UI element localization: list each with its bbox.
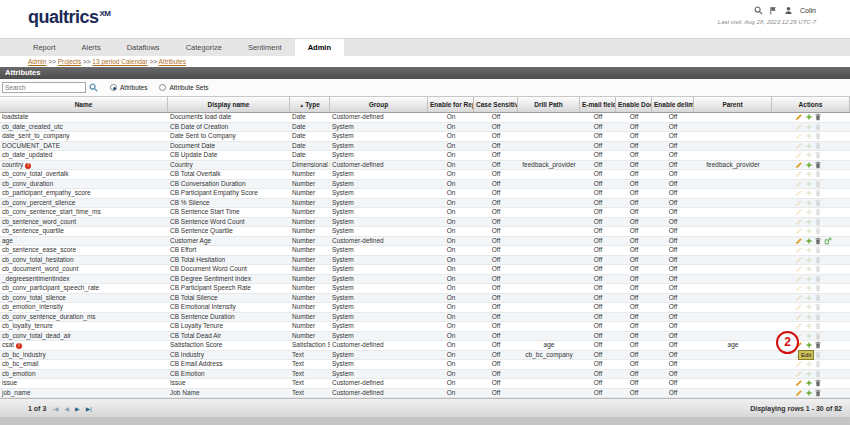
breadcrumb-link[interactable]: Projects (58, 58, 81, 65)
tab-alerts[interactable]: Alerts (69, 39, 114, 56)
edit-icon[interactable] (795, 379, 803, 387)
cell-enable-docvalue: Off (616, 313, 652, 322)
delete-icon[interactable] (814, 341, 822, 349)
tab-sentiment[interactable]: Sentiment (235, 39, 295, 56)
breadcrumb-link[interactable]: Admin (28, 58, 46, 65)
cell-enable-for-reporting: On (428, 284, 474, 293)
delete-icon[interactable] (814, 379, 822, 387)
table-row[interactable]: cb_conv_sentence_start_time_msCB Sentenc… (0, 208, 850, 218)
table-row[interactable]: DOCUMENT_DATEDocument DateDateSystemOnOf… (0, 142, 850, 152)
sparkle-icon[interactable] (805, 379, 813, 387)
column-header-drill-path[interactable]: Drill Path (518, 97, 580, 112)
table-row[interactable]: cb_conv_percent_silenceCB % SilenceNumbe… (0, 199, 850, 209)
table-row[interactable]: job_nameJob NameTextCustomer-definedOnOf… (0, 389, 850, 399)
table-row[interactable]: ageCustomer AgeNumberCustomer-definedOnO… (0, 237, 850, 247)
export-icon[interactable] (824, 237, 832, 245)
cell-type: Number (290, 256, 330, 265)
column-header-type[interactable]: ▲Type (290, 97, 330, 112)
table-row[interactable]: cb_conv_total_hesitationCB Total Hesitat… (0, 256, 850, 266)
column-header-enable-for-reporting[interactable]: Enable for Reporting (428, 97, 474, 112)
cell-parent (694, 142, 772, 151)
cell-display-name: Country (168, 161, 290, 170)
first-page-button[interactable]: |◀ (52, 405, 58, 412)
table-row[interactable]: cb_conv_total_dead_airCB Total Dead AirN… (0, 332, 850, 342)
delete-icon[interactable] (814, 113, 822, 121)
table-row[interactable]: cb_sentence_quartileCB Sentence Quartile… (0, 227, 850, 237)
table-row[interactable]: cb_sentence_word_countCB Sentence Word C… (0, 218, 850, 228)
table-row[interactable]: loadstateDocuments load dateDateCustomer… (0, 113, 850, 123)
table-row[interactable]: country!CountryDimensional LookupCustome… (0, 161, 850, 171)
column-header-enable-delimited-s[interactable]: Enable delimited s (652, 97, 694, 112)
attributes-radio[interactable] (110, 84, 117, 91)
table-row[interactable]: cb_sentence_ease_scoreCB EffortNumberSys… (0, 246, 850, 256)
cell-case-sensitive: Off (474, 123, 518, 132)
table-row[interactable]: cb_conv_total_silenceCB Total SilenceNum… (0, 294, 850, 304)
column-header-name[interactable]: Name (0, 97, 168, 112)
sparkle-icon[interactable] (805, 161, 813, 169)
prev-page-button[interactable]: ◀ (64, 405, 69, 412)
table-row[interactable]: csat!Satisfaction ScoreSatisfaction Scor… (0, 341, 850, 351)
table-row[interactable]: cb_conv_sentence_duration_msCB Sentence … (0, 313, 850, 323)
delete-icon[interactable] (814, 237, 822, 245)
table-row[interactable]: cb_conv_total_overtalkCB Total OvertalkN… (0, 170, 850, 180)
edit-icon[interactable] (795, 389, 803, 397)
column-header-group[interactable]: Group (330, 97, 428, 112)
cell-type: Number (290, 275, 330, 284)
table-row[interactable]: date_sent_to_companyDate Sent to Company… (0, 132, 850, 142)
table-row[interactable]: cb_emotionCB EmotionTextSystemOnOffOffOf… (0, 370, 850, 380)
tab-dataflows[interactable]: Dataflows (114, 39, 173, 56)
next-page-button[interactable]: ▶ (75, 405, 80, 412)
user-icon[interactable] (784, 6, 793, 15)
search-input[interactable] (2, 82, 86, 93)
table-row[interactable]: cb_conv_participant_speech_rateCB Partic… (0, 284, 850, 294)
cell-enable-delimited: Off (652, 227, 694, 236)
table-row[interactable]: cb_document_word_countCB Document Word C… (0, 265, 850, 275)
sparkle-icon (805, 322, 813, 330)
cell-drill-path (518, 218, 580, 227)
sparkle-icon[interactable] (805, 113, 813, 121)
search-icon[interactable] (754, 6, 763, 15)
sparkle-icon[interactable] (805, 341, 813, 349)
table-row[interactable]: cb_date_created_utcCB Date of CreationDa… (0, 123, 850, 133)
attribute-sets-radio-label[interactable]: Attribute Sets (169, 84, 208, 91)
delete-icon[interactable] (814, 389, 822, 397)
edit-icon[interactable] (795, 161, 803, 169)
flag-icon[interactable] (769, 6, 778, 15)
edit-icon[interactable] (795, 237, 803, 245)
column-header-display-name[interactable]: Display name (168, 97, 290, 112)
edit-icon[interactable] (795, 113, 803, 121)
table-row[interactable]: cb_conv_durationCB Conversation Duration… (0, 180, 850, 190)
breadcrumb-link[interactable]: 13 period Calendar (92, 58, 147, 65)
delete-icon (814, 123, 822, 131)
column-header-e-mail-field[interactable]: E-mail field (580, 97, 616, 112)
breadcrumb-link[interactable]: Attributes (159, 58, 186, 65)
attribute-sets-radio[interactable] (159, 84, 166, 91)
delete-icon[interactable] (814, 161, 822, 169)
attributes-radio-label[interactable]: Attributes (120, 84, 147, 91)
sparkle-icon[interactable] (805, 389, 813, 397)
edit-icon (795, 294, 803, 302)
column-header-enable-docvalue[interactable]: Enable DocValue (616, 97, 652, 112)
last-page-button[interactable]: ▶| (86, 405, 92, 412)
table-row[interactable]: cb_emotion_intensityCB Emotional Intensi… (0, 303, 850, 313)
breadcrumb-separator: >> (148, 58, 159, 65)
sparkle-icon[interactable] (805, 237, 813, 245)
column-header-case-sensitive[interactable]: Case Sensitive (474, 97, 518, 112)
table-row[interactable]: cb_date_updatedCB Update DateDateSystemO… (0, 151, 850, 161)
table-row[interactable]: cb_participant_empathy_scoreCB Participa… (0, 189, 850, 199)
cell-parent (694, 256, 772, 265)
user-name[interactable]: Colin (800, 7, 816, 14)
tab-admin[interactable]: Admin (295, 39, 344, 56)
magnifier-icon[interactable] (89, 83, 98, 92)
cell-group: System (330, 142, 428, 151)
column-header-actions[interactable]: Actions (772, 97, 850, 112)
tab-report[interactable]: Report (20, 39, 69, 56)
table-row[interactable]: cb_loyalty_tenureCB Loyalty TenureNumber… (0, 322, 850, 332)
table-row[interactable]: issueIssueTextCustomer-definedOnOffOffOf… (0, 379, 850, 389)
table-row[interactable]: _degreesentimentindexCB Degree Sentiment… (0, 275, 850, 285)
table-row[interactable]: cb_bc_emailCB Email AddressTextSystemOnO… (0, 360, 850, 370)
tab-categorize[interactable]: Categorize (173, 39, 235, 56)
column-header-parent[interactable]: Parent (694, 97, 772, 112)
table-row[interactable]: cb_bc_industryCB IndustryTextSystemOnOff… (0, 351, 850, 361)
logo-text: qualtrics (28, 7, 99, 27)
